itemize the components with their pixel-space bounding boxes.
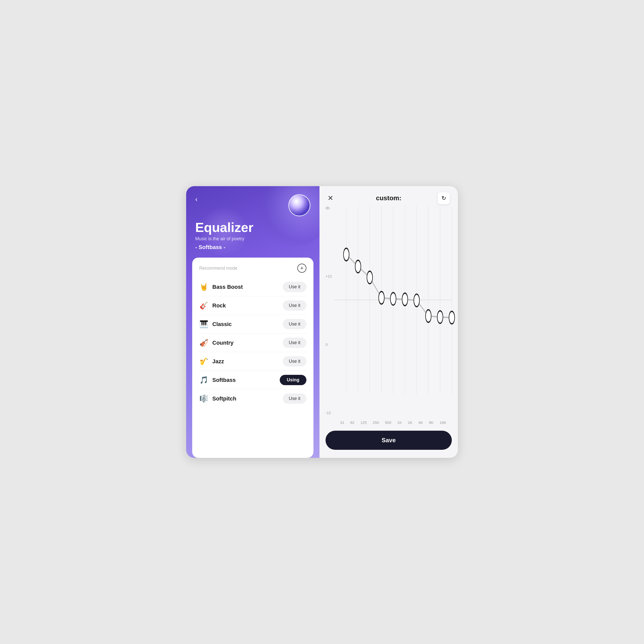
preset-name-jazz: Jazz (212, 358, 224, 365)
use-button-bass-boost[interactable]: Use it (283, 282, 306, 292)
use-button-country[interactable]: Use it (283, 338, 306, 348)
preset-icon-rock: 🎸 (199, 301, 208, 310)
preset-left-classic: 🎹Classic (199, 320, 232, 328)
freq-labels: 31 62 125 250 500 1K 2K 4K 8K 16K (335, 420, 452, 425)
preset-name-bass-boost: Bass Boost (212, 284, 243, 290)
reset-icon: ↻ (441, 195, 446, 202)
use-button-jazz[interactable]: Use it (283, 356, 306, 367)
avatar (288, 194, 310, 216)
use-button-softpitch[interactable]: Use it (283, 393, 306, 404)
chart-area (335, 206, 452, 415)
freq-125: 125 (360, 420, 367, 425)
preset-icon-softbass: 🎵 (199, 376, 208, 384)
recommend-label: Recommend mode (199, 266, 237, 271)
eq-chart: db +12 0 -12 (326, 206, 452, 425)
preset-left-jazz: 🎷Jazz (199, 357, 224, 366)
preset-icon-jazz: 🎷 (199, 357, 208, 366)
preset-item-country: 🎻CountryUse it (199, 334, 306, 352)
save-button[interactable]: Save (326, 431, 452, 450)
freq-250: 250 (373, 420, 379, 425)
preset-item-rock: 🎸RockUse it (199, 296, 306, 315)
db-label-minus12: -12 (326, 411, 332, 415)
preset-left-bass-boost: 🤘Bass Boost (199, 283, 243, 291)
current-mode: - Softbass - (195, 244, 310, 251)
left-header: ‹ (186, 186, 319, 216)
left-panel: ‹ Equalizer Music is the air of poetry -… (186, 186, 319, 458)
eq-point-2k[interactable] (414, 294, 419, 307)
db-label-db: db (326, 206, 332, 210)
eq-point-1k[interactable] (402, 293, 408, 306)
preset-icon-bass-boost: 🤘 (199, 283, 208, 291)
db-label-zero: 0 (326, 343, 332, 346)
right-panel: ✕ custom: ↻ db +12 0 -12 (319, 186, 458, 458)
custom-title: custom: (376, 194, 401, 202)
eq-point-250[interactable] (379, 292, 384, 304)
freq-1k: 1K (397, 420, 402, 425)
eq-chart-container: db +12 0 -12 (319, 206, 458, 427)
eq-point-62[interactable] (355, 260, 361, 273)
eq-point-125[interactable] (367, 271, 373, 284)
save-btn-container: Save (319, 427, 458, 458)
avatar-image (289, 195, 310, 216)
preset-item-softpitch: 🎼SoftpitchUse it (199, 389, 306, 408)
preset-item-jazz: 🎷JazzUse it (199, 352, 306, 371)
eq-point-8k[interactable] (437, 311, 443, 324)
preset-name-classic: Classic (212, 321, 232, 328)
freq-16k: 16K (439, 420, 446, 425)
db-label-plus12: +12 (326, 274, 332, 278)
preset-icon-country: 🎻 (199, 339, 208, 347)
db-labels: db +12 0 -12 (326, 206, 332, 415)
title-section: Equalizer Music is the air of poetry - S… (186, 216, 319, 251)
freq-62: 62 (350, 420, 354, 425)
back-button[interactable]: ‹ (195, 195, 197, 203)
preset-name-softbass: Softbass (212, 377, 236, 383)
preset-left-rock: 🎸Rock (199, 301, 226, 310)
eq-svg (335, 206, 452, 415)
eq-point-16k[interactable] (449, 311, 455, 324)
preset-name-rock: Rock (212, 302, 226, 309)
preset-left-country: 🎻Country (199, 339, 233, 347)
freq-8k: 8K (429, 420, 433, 425)
add-preset-button[interactable]: + (297, 264, 306, 273)
right-header: ✕ custom: ↻ (319, 186, 458, 206)
close-button[interactable]: ✕ (328, 194, 333, 202)
preset-name-softpitch: Softpitch (212, 395, 236, 402)
recommend-header: Recommend mode + (199, 264, 306, 273)
freq-500: 500 (385, 420, 391, 425)
preset-name-country: Country (212, 340, 233, 346)
eq-point-4k[interactable] (426, 310, 431, 322)
freq-4k: 4K (418, 420, 423, 425)
page-title: Equalizer (195, 220, 310, 235)
eq-point-500[interactable] (390, 293, 396, 305)
freq-2k: 2K (408, 420, 412, 425)
using-button-softbass[interactable]: Using (280, 375, 306, 385)
preset-card: Recommend mode + 🤘Bass BoostUse it🎸RockU… (192, 258, 313, 458)
preset-icon-softpitch: 🎼 (199, 394, 208, 403)
preset-left-softpitch: 🎼Softpitch (199, 394, 236, 403)
eq-point-31[interactable] (343, 248, 349, 261)
preset-item-classic: 🎹ClassicUse it (199, 315, 306, 334)
preset-icon-classic: 🎹 (199, 320, 208, 328)
preset-list: 🤘Bass BoostUse it🎸RockUse it🎹ClassicUse … (199, 278, 306, 408)
preset-item-bass-boost: 🤘Bass BoostUse it (199, 278, 306, 296)
page-subtitle: Music is the air of poetry (195, 236, 310, 241)
preset-left-softbass: 🎵Softbass (199, 376, 236, 384)
freq-31: 31 (340, 420, 344, 425)
app-container: ‹ Equalizer Music is the air of poetry -… (186, 186, 458, 458)
reset-button[interactable]: ↻ (438, 192, 450, 204)
use-button-classic[interactable]: Use it (283, 319, 306, 329)
preset-item-softbass: 🎵SoftbassUsing (199, 371, 306, 389)
use-button-rock[interactable]: Use it (283, 300, 306, 311)
